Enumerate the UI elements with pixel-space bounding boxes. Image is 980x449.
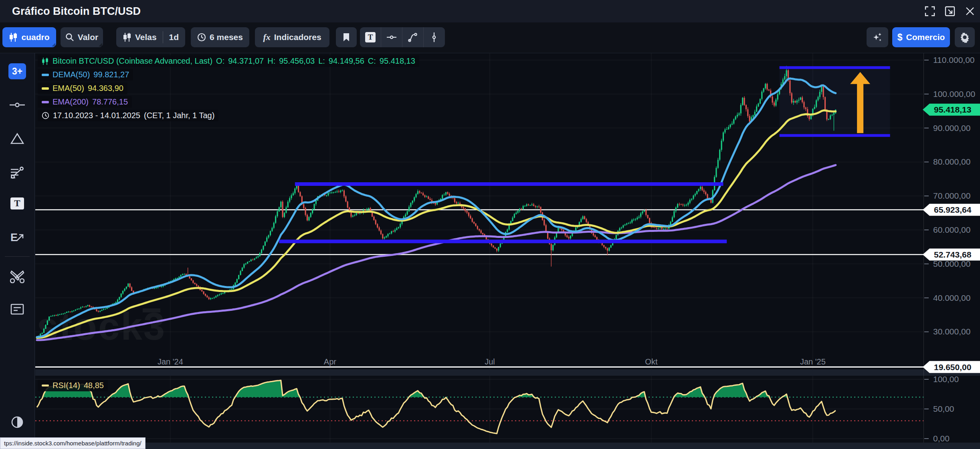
svg-text:50,00: 50,00 bbox=[933, 404, 954, 413]
svg-text:0,00: 0,00 bbox=[933, 434, 950, 443]
corner-fold bbox=[52, 43, 55, 46]
search-icon bbox=[65, 33, 74, 42]
trade-button[interactable]: $ Comercio bbox=[892, 27, 950, 47]
corner-fold bbox=[99, 43, 102, 46]
svg-text:110.000,00: 110.000,00 bbox=[933, 55, 975, 64]
svg-text:95.418,13: 95.418,13 bbox=[934, 105, 971, 114]
sidebar-item-indicator-lines-tool[interactable] bbox=[8, 163, 27, 182]
horizontal-line-icon bbox=[9, 101, 25, 109]
fx-icon: fx bbox=[263, 32, 270, 42]
sidebar: 3+ T E bbox=[0, 53, 35, 449]
date-range-meta: (CET, 1 Jahr, 1 Tag) bbox=[144, 111, 214, 120]
pane-separator[interactable] bbox=[35, 443, 980, 449]
text-tool-button[interactable]: T bbox=[360, 27, 381, 47]
bookmark-icon[interactable] bbox=[336, 27, 357, 47]
instrument-legend-row[interactable]: Bitcoin BTC/USD (Coinbase Advanced, Last… bbox=[38, 55, 419, 67]
bookmark-button[interactable] bbox=[336, 27, 357, 47]
horizontal-line-icon bbox=[386, 32, 397, 42]
svg-text:52.743,68: 52.743,68 bbox=[934, 250, 972, 259]
titlebar: Gráfico Bitcoin BTC/USD bbox=[0, 0, 980, 22]
sidebar-item-stock3-home[interactable]: 3+ bbox=[8, 62, 27, 81]
rsi-color-swatch bbox=[42, 385, 49, 387]
vertical-line-tool-button[interactable] bbox=[424, 27, 445, 47]
svg-text:80.000,00: 80.000,00 bbox=[933, 157, 970, 166]
svg-text:70.000,00: 70.000,00 bbox=[933, 191, 970, 200]
ai-assistant-button[interactable] bbox=[867, 27, 888, 47]
indicators-button[interactable]: fx Indicadores bbox=[255, 27, 329, 47]
vertical-line-icon bbox=[429, 32, 439, 42]
contrast-icon bbox=[10, 415, 24, 429]
sidebar-item-signal-tool[interactable]: E bbox=[8, 228, 27, 247]
low-value: 94.149,56 bbox=[329, 56, 364, 66]
date-range: 17.10.2023 - 14.01.2025 bbox=[53, 111, 140, 120]
chart-legend: Bitcoin BTC/USD (Coinbase Advanced, Last… bbox=[38, 55, 419, 121]
tools-icon bbox=[10, 270, 24, 283]
sidebar-divider bbox=[5, 256, 30, 257]
sidebar-item-tools[interactable] bbox=[8, 267, 27, 286]
stock3-logo: 3+ bbox=[8, 63, 26, 79]
svg-text:30.000,00: 30.000,00 bbox=[933, 327, 970, 336]
fullscreen-icon[interactable] bbox=[924, 6, 936, 17]
open-value: 94.371,07 bbox=[228, 56, 264, 66]
interval-label[interactable]: 1d bbox=[169, 32, 179, 42]
clock-icon bbox=[197, 33, 206, 42]
instrument-name: Bitcoin BTC/USD (Coinbase Advanced, Last… bbox=[53, 56, 212, 66]
trend-lines-icon bbox=[10, 166, 25, 179]
date-range-row[interactable]: 17.10.2023 - 14.01.2025 (CET, 1 Jahr, 1 … bbox=[38, 110, 218, 121]
dema-color-swatch bbox=[42, 74, 49, 76]
text-tool-icon: T bbox=[10, 197, 24, 209]
svg-text:40.000,00: 40.000,00 bbox=[933, 293, 970, 302]
high-value: 95.456,03 bbox=[279, 56, 315, 66]
sidebar-item-theme-toggle[interactable] bbox=[8, 413, 27, 432]
clock-icon bbox=[42, 112, 49, 119]
curve-icon bbox=[408, 32, 418, 42]
toolbar: cuadro Valor Velas 1d 6 meses fx Indicad… bbox=[0, 22, 980, 53]
svg-text:Okt: Okt bbox=[645, 357, 658, 366]
svg-text:Jul: Jul bbox=[485, 357, 495, 366]
ema200-color-swatch bbox=[42, 101, 49, 103]
svg-text:19.650,00: 19.650,00 bbox=[934, 362, 971, 372]
horizontal-line-tool-button[interactable] bbox=[381, 27, 402, 47]
svg-text:65.923,64: 65.923,64 bbox=[934, 205, 972, 214]
svg-text:60.000,00: 60.000,00 bbox=[933, 225, 970, 234]
range-button[interactable]: 6 meses bbox=[191, 27, 249, 47]
candles-icon bbox=[42, 57, 49, 65]
symbol-search-button[interactable]: Valor bbox=[61, 27, 103, 47]
up-arrow-shaft[interactable] bbox=[857, 83, 863, 133]
close-icon[interactable] bbox=[964, 6, 976, 17]
candles-icon bbox=[123, 32, 131, 42]
ema200-legend-row[interactable]: EMA(200) 78.776,15 bbox=[38, 96, 132, 108]
svg-text:Apr: Apr bbox=[324, 357, 336, 366]
sidebar-item-horizontal-line-tool[interactable] bbox=[8, 95, 27, 115]
svg-text:Jan '24: Jan '24 bbox=[158, 357, 183, 366]
sidebar-item-text-tool[interactable]: T bbox=[8, 194, 27, 213]
text-tool-icon: T bbox=[365, 32, 376, 42]
rsi-legend[interactable]: RSI(14) 48,85 bbox=[38, 380, 108, 391]
sidebar-item-layout[interactable] bbox=[8, 300, 27, 319]
trading-window: stock3110.000,00100.000,0090.000,0080.00… bbox=[0, 0, 980, 449]
svg-text:90.000,00: 90.000,00 bbox=[933, 123, 970, 133]
link-preview-tooltip: tps://inside.stock3.com/homebase/plattfo… bbox=[0, 437, 145, 449]
close-value: 95.418,13 bbox=[380, 56, 415, 66]
popout-icon[interactable] bbox=[944, 6, 956, 17]
drawing-tools-group: T bbox=[360, 27, 445, 47]
layout-button[interactable]: cuadro bbox=[2, 27, 56, 47]
settings-button[interactable] bbox=[955, 27, 975, 47]
dema-legend-row[interactable]: DEMA(50) 99.821,27 bbox=[38, 69, 133, 81]
sidebar-item-shapes-tool[interactable] bbox=[8, 129, 27, 148]
svg-text:100.000,00: 100.000,00 bbox=[933, 89, 975, 99]
curve-tool-button[interactable] bbox=[402, 27, 424, 47]
triangle-icon bbox=[10, 133, 24, 145]
dollar-icon: $ bbox=[897, 32, 903, 43]
ema50-legend-row[interactable]: EMA(50) 94.363,90 bbox=[38, 83, 127, 94]
svg-text:100,00: 100,00 bbox=[933, 375, 959, 384]
charttype-interval-button[interactable]: Velas 1d bbox=[116, 27, 185, 47]
charttype-label: Velas bbox=[135, 32, 157, 42]
svg-text:Jan '25: Jan '25 bbox=[800, 357, 826, 366]
sparkles-icon bbox=[872, 32, 883, 42]
pane-separator[interactable] bbox=[35, 369, 980, 376]
arrow-up-right-icon bbox=[16, 234, 24, 242]
consolidation-box bbox=[780, 68, 890, 136]
window-title: Gráfico Bitcoin BTC/USD bbox=[12, 0, 141, 22]
layout-icon bbox=[10, 304, 24, 315]
